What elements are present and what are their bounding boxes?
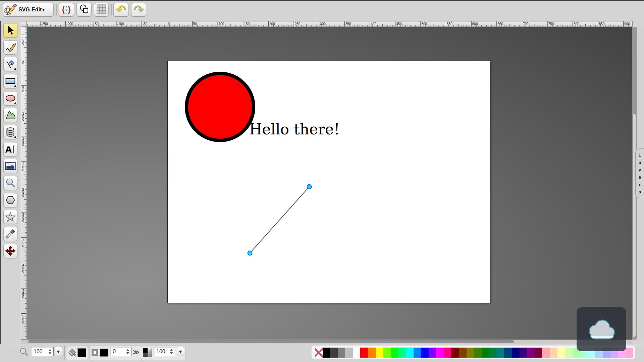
layers-panel-tab[interactable]: Layers bbox=[635, 148, 644, 198]
palette-swatch[interactable] bbox=[360, 348, 368, 358]
svg-text:0: 0 bbox=[22, 244, 24, 248]
svg-text:450: 450 bbox=[396, 22, 402, 26]
palette-swatch[interactable] bbox=[330, 348, 338, 358]
palette-swatch[interactable] bbox=[398, 348, 406, 358]
palette-swatch[interactable] bbox=[535, 348, 542, 358]
svg-text:350: 350 bbox=[345, 22, 351, 26]
palette-swatch[interactable] bbox=[550, 348, 557, 358]
gradient-pick-icon[interactable] bbox=[143, 348, 152, 357]
svg-text:50: 50 bbox=[193, 22, 197, 26]
tool-zoom[interactable] bbox=[3, 176, 17, 190]
tool-shape-library[interactable] bbox=[3, 125, 17, 139]
palette-swatch[interactable] bbox=[421, 348, 429, 358]
vertical-ruler: -50050100150200250300350400450500 bbox=[21, 27, 27, 340]
tool-ellipse[interactable] bbox=[3, 91, 17, 105]
vertical-scrollbar-thumb[interactable] bbox=[632, 113, 636, 337]
opacity-spinner[interactable] bbox=[169, 349, 175, 354]
svg-text:900: 900 bbox=[624, 22, 630, 26]
drawing-canvas[interactable]: Hello there! bbox=[167, 61, 490, 303]
palette-swatch[interactable] bbox=[436, 348, 444, 358]
palette-swatch[interactable] bbox=[429, 348, 436, 358]
palette-swatch[interactable] bbox=[482, 348, 489, 358]
line-grip-start[interactable] bbox=[248, 251, 252, 255]
magnifier-icon bbox=[5, 177, 16, 189]
horizontal-scrollbar-thumb[interactable] bbox=[28, 340, 514, 343]
stroke-width-spinner[interactable] bbox=[125, 349, 131, 354]
main-menu-button[interactable]: SVG-Edit ▾ bbox=[3, 3, 54, 16]
palette-swatch[interactable] bbox=[383, 348, 391, 358]
opacity-dropdown-button[interactable] bbox=[177, 347, 184, 356]
svg-text:150: 150 bbox=[244, 22, 250, 26]
select-arrow-icon bbox=[5, 24, 16, 36]
palette-swatch[interactable] bbox=[512, 348, 520, 358]
palette-swatch[interactable] bbox=[565, 348, 573, 358]
canvas-line[interactable] bbox=[250, 187, 309, 253]
palette-swatch[interactable] bbox=[376, 348, 383, 358]
palette-swatch[interactable] bbox=[444, 348, 451, 358]
workspace-background[interactable]: Hello there! bbox=[27, 27, 633, 340]
tool-pencil[interactable] bbox=[3, 40, 17, 54]
zoom-spinner[interactable] bbox=[48, 349, 53, 354]
palette-swatch[interactable] bbox=[626, 348, 633, 358]
layers-tab-letter: y bbox=[636, 166, 644, 174]
flyout-arrow-icon bbox=[14, 136, 16, 138]
palette-swatch[interactable] bbox=[497, 348, 504, 358]
palette-swatch[interactable] bbox=[459, 348, 467, 358]
palette-swatch[interactable] bbox=[527, 348, 535, 358]
tool-path[interactable] bbox=[3, 108, 17, 122]
grid-button[interactable] bbox=[94, 3, 109, 16]
palette-swatch[interactable] bbox=[353, 348, 361, 358]
palette-swatch[interactable] bbox=[489, 348, 497, 358]
palette-swatch[interactable] bbox=[542, 348, 550, 358]
palette-swatch[interactable] bbox=[557, 348, 565, 358]
svg-text:0: 0 bbox=[22, 61, 24, 65]
tool-move[interactable] bbox=[3, 244, 17, 258]
left-tool-palette: A bbox=[0, 21, 21, 340]
tool-eyedropper[interactable] bbox=[3, 227, 17, 241]
line-grip-end[interactable] bbox=[307, 185, 312, 189]
palette-swatch[interactable] bbox=[467, 348, 474, 358]
palette-swatch[interactable] bbox=[451, 348, 459, 358]
tool-polygon[interactable] bbox=[3, 193, 17, 207]
palette-swatch[interactable] bbox=[474, 348, 482, 358]
tool-image[interactable] bbox=[3, 159, 17, 173]
svg-text:600: 600 bbox=[472, 22, 478, 26]
zoom-input[interactable]: 100 bbox=[31, 347, 54, 356]
canvas-red-circle[interactable] bbox=[186, 73, 254, 140]
tool-text[interactable]: A bbox=[3, 142, 17, 156]
tool-select[interactable] bbox=[3, 23, 17, 37]
undo-button[interactable]: ↶ bbox=[113, 3, 129, 16]
tool-star[interactable] bbox=[3, 210, 17, 224]
palette-swatch[interactable] bbox=[520, 348, 527, 358]
clone-button[interactable] bbox=[76, 3, 92, 16]
stroke-width-input[interactable]: 0 bbox=[110, 347, 131, 356]
image-icon bbox=[5, 160, 16, 172]
svg-text:400: 400 bbox=[371, 22, 376, 26]
palette-swatch[interactable] bbox=[391, 348, 398, 358]
palette-swatch[interactable] bbox=[504, 348, 512, 358]
top-toolbar: SVG-Edit ▾ ⟨ svg ⟩ bbox=[0, 1, 644, 21]
palette-swatch[interactable] bbox=[368, 348, 376, 358]
tool-rectangle[interactable] bbox=[3, 74, 17, 88]
opacity-input[interactable]: 100 bbox=[154, 347, 175, 356]
palette-swatch[interactable] bbox=[345, 348, 353, 358]
palette-swatch[interactable] bbox=[338, 348, 345, 358]
tool-line[interactable] bbox=[3, 57, 17, 71]
palette-swatch-none[interactable] bbox=[315, 348, 323, 358]
fill-color-swatch[interactable] bbox=[77, 348, 86, 357]
cloud-widget[interactable] bbox=[577, 307, 626, 351]
svg-edit-logo-icon bbox=[4, 3, 17, 17]
palette-swatch[interactable] bbox=[323, 348, 330, 358]
chevron-down-icon bbox=[57, 351, 60, 353]
svg-text:850: 850 bbox=[599, 22, 605, 26]
stroke-color-swatch[interactable] bbox=[100, 349, 108, 357]
edit-source-button[interactable]: ⟨ svg ⟩ bbox=[59, 3, 74, 16]
canvas-text[interactable]: Hello there! bbox=[249, 121, 340, 138]
palette-swatch[interactable] bbox=[414, 348, 421, 358]
main-menu-label: SVG-Edit bbox=[18, 7, 42, 13]
palette-swatch[interactable] bbox=[406, 348, 414, 358]
zoom-dropdown-button[interactable] bbox=[55, 347, 62, 356]
redo-button[interactable]: ↷ bbox=[131, 3, 146, 16]
more-options-button[interactable]: ≫ bbox=[133, 348, 140, 356]
svg-text:550: 550 bbox=[447, 22, 452, 26]
